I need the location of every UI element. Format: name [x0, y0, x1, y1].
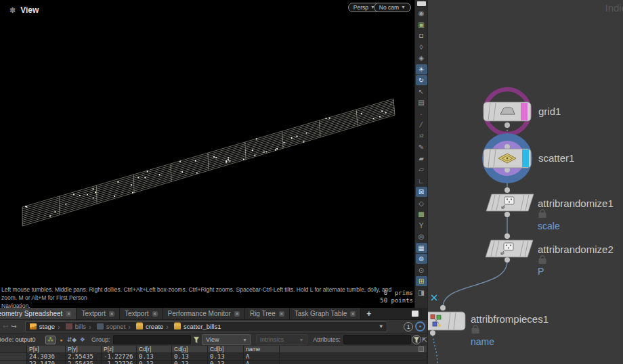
tumble-icon[interactable]: ↻: [416, 75, 427, 85]
points-mode-button[interactable]: ⁂: [45, 336, 56, 344]
visualizer-pin-icon[interactable]: ⊚: [416, 254, 427, 264]
prim-normals-icon[interactable]: ◇: [416, 198, 427, 208]
camera-dropdown[interactable]: No cam ▼: [374, 3, 411, 12]
wire-attribfrompieces1-out[interactable]: [433, 336, 437, 364]
tab-textport[interactable]: Textport✕: [120, 308, 163, 319]
breadcrumb-item-stage[interactable]: stage: [26, 322, 58, 332]
column-header[interactable]: [0, 346, 27, 353]
grid1-template-flag[interactable]: [521, 103, 528, 120]
scatter-point: [229, 160, 230, 162]
point-numbers-icon[interactable]: ¹²: [416, 131, 427, 141]
node-grid1[interactable]: grid1: [484, 89, 561, 134]
snap-options-icon[interactable]: ◈: [416, 53, 427, 63]
tab-close-icon[interactable]: ✕: [66, 311, 71, 317]
snapshot-icon[interactable]: ▣: [416, 20, 427, 30]
tab-close-icon[interactable]: ✕: [234, 311, 240, 317]
column-header[interactable]: P[z]: [102, 346, 137, 353]
lock-icon[interactable]: ◘: [416, 30, 427, 41]
camera-view-icon[interactable]: ◨: [416, 288, 427, 298]
tab-performance-monitor[interactable]: Performance Monitor✕: [163, 308, 245, 319]
points-display-icon[interactable]: ∙: [416, 109, 427, 119]
breadcrumb-item-sopnet[interactable]: sopnet: [93, 322, 129, 332]
column-header[interactable]: Cd[g]: [172, 346, 208, 353]
view-lock-icon[interactable]: ▤: [416, 97, 427, 108]
tab-close-icon[interactable]: ✕: [279, 311, 284, 317]
column-header[interactable]: P[x]: [27, 346, 66, 353]
breadcrumb-item-scatter_bills1[interactable]: scatter_bills1: [170, 322, 223, 332]
marker-icon[interactable]: ▱: [416, 164, 427, 175]
chevron-down-icon[interactable]: ▼: [379, 323, 384, 329]
show-handles-icon[interactable]: ◊: [416, 42, 427, 52]
tab-geometry-spreadsheet[interactable]: Geometry Spreadsheet✕: [0, 308, 77, 319]
scatter1-display-flag[interactable]: [522, 150, 529, 167]
prims-mode-button[interactable]: ⇵◆: [67, 336, 77, 344]
tab-close-icon[interactable]: ✕: [152, 311, 158, 317]
node-attribrandomize1[interactable]: attribrandomize1 scale: [486, 187, 614, 231]
attribrandomize1-input-connector[interactable]: [504, 187, 510, 193]
node-scatter1[interactable]: scatter1: [482, 133, 574, 183]
column-header[interactable]: P[y]: [66, 346, 102, 353]
node-label: Node:: [0, 336, 14, 343]
detail-mode-button[interactable]: ❖: [77, 336, 87, 344]
scatter-point: [195, 160, 196, 162]
tab-task-graph-table[interactable]: Task Graph Table✕: [290, 308, 362, 319]
headlight-icon[interactable]: ☀: [416, 64, 427, 74]
pin-target-icon[interactable]: [415, 321, 425, 332]
node-attribfrompieces1[interactable]: attribfrompieces1 name: [428, 305, 549, 347]
breadcrumb-item-bills[interactable]: bills: [62, 322, 89, 332]
breadcrumb-item-create[interactable]: create: [132, 322, 166, 332]
wire-attribrandomize2-attribfrompieces1[interactable]: [443, 261, 507, 307]
intrinsics-dropdown[interactable]: Intrinsics▼: [256, 334, 308, 345]
bills-icon: [66, 323, 72, 329]
group-filter-icon[interactable]: [193, 336, 200, 344]
column-header[interactable]: Cd[r]: [137, 346, 172, 353]
vertices-mode-button[interactable]: ●: [56, 336, 66, 344]
prim-numbers-icon[interactable]: ▩: [416, 209, 427, 219]
group-input[interactable]: [113, 335, 192, 344]
attribrandomize1-output-connector[interactable]: [504, 212, 510, 217]
pane-link-badge[interactable]: 1: [404, 322, 413, 332]
info-icon[interactable]: ⊙: [416, 265, 427, 275]
attribrandomize2-output-connector[interactable]: [504, 257, 510, 263]
column-header[interactable]: Cd[b]: [208, 346, 244, 353]
breadcrumb[interactable]: stage›bills›sopnet›create›scatter_bills1…: [25, 321, 387, 332]
tab-close-icon[interactable]: ✕: [350, 311, 356, 317]
add-tab-button[interactable]: +: [361, 308, 377, 319]
viewport-menu-icon[interactable]: ✽: [9, 6, 16, 15]
table-scroll-corner[interactable]: [418, 346, 424, 352]
group-display-icon[interactable]: Υ: [416, 221, 427, 231]
tab-bar-menu-icon[interactable]: [412, 311, 418, 317]
geometry-spreadsheet-table[interactable]: P[x]P[y]P[z]Cd[r]Cd[g]Cd[b]name24.30362.…: [0, 346, 427, 364]
toolbar-scroll-button[interactable]: [417, 1, 426, 6]
pick-attribute-icon[interactable]: ⇱: [422, 336, 427, 344]
tab-rig-tree[interactable]: Rig Tree✕: [245, 308, 290, 319]
nav-forward-icon[interactable]: ↪: [11, 323, 16, 330]
color-scheme-icon[interactable]: ⊞: [416, 276, 427, 286]
column-header[interactable]: [280, 346, 427, 353]
help-button[interactable]: ?: [412, 335, 421, 344]
viewport-help-text: Left mouse tumbles. Middle pans. Right d…: [1, 286, 393, 308]
select-arrow-icon[interactable]: ◉: [416, 8, 427, 18]
point-normals-icon[interactable]: ⁄: [416, 120, 427, 130]
sprite-icon[interactable]: ▰: [416, 154, 427, 164]
view-dropdown[interactable]: View▼: [202, 334, 251, 345]
multi-view-icon[interactable]: ◎: [416, 231, 427, 242]
attribfrompieces1-output-connector[interactable]: [430, 330, 435, 336]
shading-mode-icon[interactable]: ⊠: [416, 187, 427, 197]
attribrandomize2-input-connector[interactable]: [504, 233, 510, 239]
tab-textport[interactable]: Textport✕: [77, 308, 120, 319]
scatter-point: [379, 116, 381, 117]
attribfrompieces1-input-connector[interactable]: [440, 305, 446, 311]
pan-hand-icon[interactable]: ↖: [416, 87, 427, 97]
attributes-input[interactable]: [343, 335, 411, 344]
background-image-icon[interactable]: ▦: [416, 243, 427, 253]
point-trails-icon[interactable]: ✎: [416, 142, 427, 152]
tab-close-icon[interactable]: ✕: [109, 311, 114, 317]
nav-back-icon[interactable]: ↩: [3, 323, 8, 330]
origin-gnomon-icon[interactable]: ∟: [416, 176, 427, 186]
scene-viewport[interactable]: ✽ View Persp ▼ No cam ▼ Left mouse tumbl…: [0, 0, 414, 308]
pane-tab-bar: Geometry Spreadsheet✕Textport✕Textport✕P…: [0, 308, 427, 320]
column-header[interactable]: name: [244, 346, 280, 353]
grid1-output-connector[interactable]: [504, 122, 510, 128]
network-editor[interactable]: Indie grid1: [427, 0, 623, 364]
